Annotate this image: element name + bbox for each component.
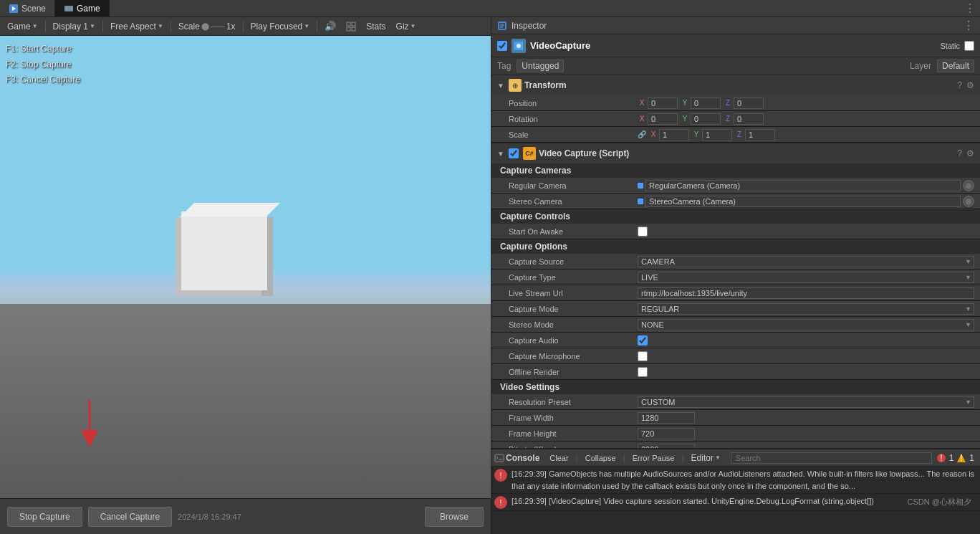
scl-y-label: Y — [692, 130, 701, 138]
vc-enabled-checkbox[interactable] — [509, 148, 519, 158]
browse-button[interactable]: Browse — [425, 507, 484, 527]
capture-type-dropdown[interactable]: LIVE — [638, 272, 974, 283]
error-pause-button[interactable]: Error Pause — [627, 452, 681, 464]
capture-mode-dropdown[interactable]: REGULAR — [638, 303, 974, 315]
collapse-button[interactable]: Collapse — [580, 452, 622, 464]
frame-height-input[interactable] — [638, 428, 695, 439]
capture-source-row: Capture Source CAMERA ▼ — [491, 254, 980, 270]
toolbar-game[interactable]: Game ▼ — [3, 20, 42, 33]
tab-game[interactable]: Game — [55, 0, 110, 16]
warning-count-icon: ! — [936, 453, 946, 463]
go-static-checkbox[interactable] — [964, 41, 974, 51]
toolbar-giz[interactable]: Giz ▼ — [392, 20, 421, 33]
scale-link-icon[interactable]: 🔗 — [638, 130, 646, 138]
arrow-indicator — [68, 392, 111, 449]
cancel-capture-button[interactable]: Cancel Capture — [88, 507, 172, 527]
pos-x-input[interactable] — [648, 97, 678, 109]
clear-button[interactable]: Clear — [544, 452, 574, 464]
go-active-checkbox[interactable] — [497, 41, 507, 51]
video-capture-header[interactable]: ▼ C# Video Capture (Script) ? ⚙ — [491, 143, 980, 163]
position-x-group: X — [638, 97, 678, 109]
toolbar-sep-2 — [102, 21, 103, 32]
top-tab-bar: Scene Game ⋮ — [0, 0, 980, 17]
toolbar-grid[interactable] — [342, 20, 360, 33]
svg-point-4 — [70, 7, 72, 9]
stereo-camera-picker[interactable]: ◎ — [963, 196, 974, 207]
console-search-input[interactable] — [731, 452, 932, 464]
scene-overlay: F1: Start Capture F2: Stop Capture F3: C… — [6, 42, 80, 88]
capture-audio-checkbox[interactable] — [638, 335, 648, 345]
stereo-camera-input[interactable] — [645, 196, 961, 207]
tag-dropdown[interactable]: Untagged — [517, 59, 564, 72]
rotation-z-group: Z — [724, 113, 764, 125]
svg-rect-5 — [347, 22, 350, 26]
game-viewport: F1: Start Capture F2: Stop Capture F3: C… — [0, 36, 491, 498]
position-z-group: Z — [724, 97, 764, 109]
pos-z-input[interactable] — [734, 97, 764, 109]
tab-scene[interactable]: Scene — [0, 0, 55, 16]
stop-capture-button[interactable]: Stop Capture — [7, 507, 82, 527]
toolbar-audio[interactable]: 🔊 — [320, 19, 340, 33]
scl-z-input[interactable] — [745, 129, 775, 140]
audio-icon: 🔊 — [325, 21, 336, 32]
capture-options-section: Capture Options — [491, 239, 980, 254]
editor-button[interactable]: Editor ▼ — [686, 452, 726, 464]
scale-z-group: Z — [735, 129, 775, 140]
scl-y-input[interactable] — [702, 129, 732, 140]
capture-source-wrapper: CAMERA ▼ — [638, 256, 974, 267]
stereo-mode-dropdown[interactable]: NONE — [638, 319, 974, 330]
vc-gear-icon: ⚙ — [966, 148, 974, 158]
offline-render-label: Offline Render — [509, 368, 638, 376]
regular-camera-picker[interactable]: ◎ — [963, 180, 974, 191]
layer-dropdown[interactable]: Default — [937, 59, 974, 72]
toolbar-scale[interactable]: Scale ⬤ —— 1x — [174, 20, 240, 33]
toolbar-aspect[interactable]: Free Aspect ▼ — [106, 20, 168, 33]
position-y-group: Y — [681, 97, 721, 109]
inspector-menu-btn[interactable]: ⋮ — [963, 19, 974, 32]
frame-width-input[interactable] — [638, 412, 695, 424]
capture-source-dropdown[interactable]: CAMERA — [638, 256, 974, 267]
vc-name: Video Capture (Script) — [539, 148, 629, 158]
rot-z-input[interactable] — [734, 113, 764, 125]
editor-dropdown-arrow: ▼ — [715, 454, 721, 461]
rot-x-input[interactable] — [648, 113, 678, 125]
giz-dropdown-arrow: ▼ — [410, 23, 416, 29]
scale-row: Scale 🔗 X Y Z — [491, 127, 980, 143]
resolution-preset-row: Resolution Preset CUSTOM ▼ — [491, 394, 980, 410]
stereo-camera-dot — [638, 199, 643, 204]
go-static-label: Static — [940, 42, 960, 50]
toolbar-sep-4 — [243, 21, 244, 32]
regular-camera-input[interactable] — [645, 180, 961, 191]
scl-z-label: Z — [735, 130, 744, 138]
console-icon — [494, 453, 504, 463]
resolution-preset-dropdown[interactable]: CUSTOM — [638, 396, 974, 408]
toolbar-stats[interactable]: Stats — [362, 20, 390, 33]
capture-source-label: Capture Source — [509, 257, 638, 266]
tab-menu-btn[interactable]: ⋮ — [964, 0, 980, 16]
position-values: X Y Z — [638, 97, 974, 109]
offline-render-checkbox[interactable] — [638, 367, 648, 377]
msg1-text: [16:29:39] GameObjects has multiple Audi… — [511, 468, 977, 492]
live-stream-url-input[interactable] — [638, 287, 974, 299]
video-capture-component: ▼ C# Video Capture (Script) ? ⚙ Capture … — [491, 143, 980, 448]
toolbar-sep-1 — [45, 21, 46, 32]
rot-y-input[interactable] — [691, 113, 721, 125]
scl-x-input[interactable] — [659, 129, 689, 140]
warning-count: 1 — [949, 453, 954, 463]
scale-x-group: X — [649, 129, 689, 140]
f3-label: F3: Cancel Capture — [6, 72, 80, 88]
vc-settings[interactable]: ? ⚙ — [957, 148, 974, 158]
resolution-preset-wrapper: CUSTOM ▼ — [638, 396, 974, 408]
transform-settings[interactable]: ? ⚙ — [957, 80, 974, 90]
capture-microphone-checkbox[interactable] — [638, 351, 648, 361]
toolbar-play[interactable]: Play Focused ▼ — [246, 20, 314, 33]
toolbar-display[interactable]: Display 1 ▼ — [49, 20, 100, 33]
start-on-awake-checkbox[interactable] — [638, 227, 648, 237]
start-on-awake-row: Start On Awake — [491, 224, 980, 239]
pos-y-input[interactable] — [691, 97, 721, 109]
rotation-label: Rotation — [509, 115, 638, 123]
transform-header[interactable]: ▼ ⊕ Transform ? ⚙ — [491, 75, 980, 95]
start-on-awake-label: Start On Awake — [509, 227, 638, 236]
transform-expand-arrow: ▼ — [497, 82, 504, 90]
scl-x-label: X — [649, 130, 658, 138]
